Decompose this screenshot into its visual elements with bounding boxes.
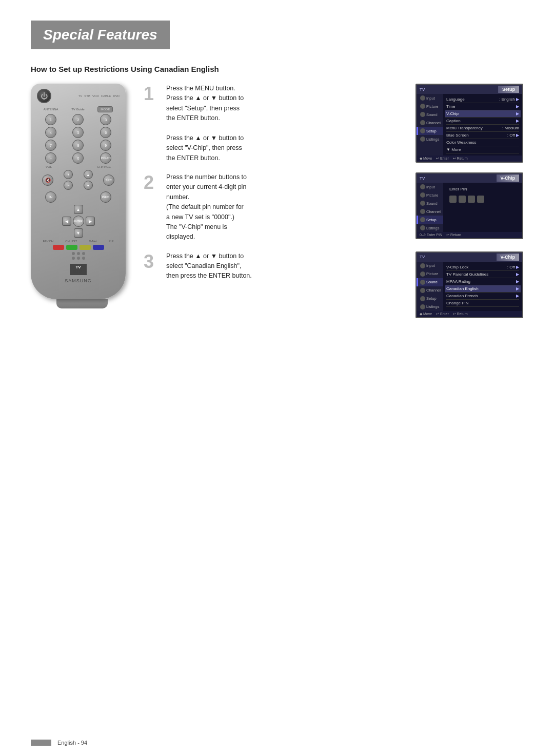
step-2-number: 2	[144, 173, 159, 192]
btn-4[interactable]: 4	[45, 127, 56, 138]
power-button[interactable]	[37, 89, 51, 103]
btn-6[interactable]: 6	[100, 127, 111, 138]
enter-pin-label: Enter PIN	[446, 185, 519, 193]
tv-menu-picture: Picture	[417, 102, 443, 110]
btn-2[interactable]: 2	[72, 114, 84, 125]
setup-row-colorweak: Color Weakness	[446, 139, 519, 146]
btn-9[interactable]: 9	[100, 140, 111, 151]
info-button[interactable]: INFO	[100, 191, 111, 203]
vchip-row-change-pin: Change PIN	[446, 300, 519, 307]
vol-up[interactable]: +	[64, 170, 73, 179]
remote-area: TV STB VCR CABLE DVD ANTENNA TV Guide MO…	[31, 84, 133, 327]
tv-left-menu-setup: Input Picture Sound Channel	[417, 94, 443, 156]
step-2-text: Press the number buttons to enter your c…	[166, 172, 408, 242]
nav-up[interactable]: ▲	[74, 205, 83, 214]
input-button[interactable]: IN	[45, 191, 56, 203]
tv-title-vchip-eng: V-Chip	[497, 254, 520, 261]
tv-guide-logo: TVGUIDE	[37, 264, 120, 275]
setup-row-more: ▼ More	[446, 146, 519, 153]
blue-button[interactable]	[93, 245, 104, 250]
mute-button[interactable]: 🔇	[42, 175, 53, 186]
red-button[interactable]	[53, 245, 64, 250]
setup-row-bluescreen: Blue Screen : Off ▶	[446, 132, 519, 139]
nav-down[interactable]: ▼	[74, 228, 83, 238]
tv-header-vchip-pin: TV V-Chip	[417, 173, 522, 183]
picture-icon-3	[420, 272, 425, 277]
sound-icon-2	[420, 201, 425, 206]
listings-icon	[420, 137, 425, 142]
tv-left-menu-vchip-pin: Input Picture Sound Channel	[417, 183, 443, 232]
setup-icon	[420, 128, 425, 133]
tv-header-setup: TV Setup	[417, 85, 522, 94]
source-button[interactable]: SRC	[103, 175, 114, 186]
tv-menu-sound-2: Sound	[417, 199, 443, 207]
vol-down[interactable]: −	[64, 181, 73, 190]
nav-left[interactable]: ◀	[62, 217, 71, 226]
step-1-text: Press the MENU button. Press the ▲ or ▼ …	[166, 84, 408, 163]
tvguide-label: TV Guide	[71, 108, 84, 111]
main-content: TV STB VCR CABLE DVD ANTENNA TV Guide MO…	[31, 84, 523, 327]
tv-label-setup: TV	[420, 87, 425, 92]
pin-dot-4	[477, 196, 484, 203]
remote-control: TV STB VCR CABLE DVD ANTENNA TV Guide MO…	[31, 84, 126, 299]
channel-icon-2	[420, 209, 425, 214]
tv-main-vchip-eng: V-Chip Lock : Off ▶ TV Parental Guidelin…	[443, 262, 522, 311]
tv-footer-setup: ◆ Move ↵ Enter ↩ Return	[417, 156, 522, 162]
btn-prech[interactable]: PRE-CH	[100, 152, 111, 164]
ch-up[interactable]: ▲	[84, 170, 93, 179]
stb-label: STB	[84, 94, 90, 98]
btn-7[interactable]: 7	[45, 140, 56, 151]
numpad-row-2: 4 5 6	[37, 127, 120, 138]
pin-dot-2	[459, 196, 466, 203]
tv-title-setup: Setup	[498, 86, 519, 93]
tv-header-vchip-eng: TV V-Chip	[417, 253, 522, 262]
vol-label: VOL	[46, 165, 52, 168]
sound-icon	[420, 112, 425, 117]
yellow-button[interactable]	[80, 245, 91, 250]
footer-text: English - 94	[57, 740, 87, 746]
tv-menu-setup-2: Setup	[417, 216, 443, 224]
setup-icon-2	[420, 217, 425, 222]
pin-dots	[446, 193, 519, 205]
btn-dash[interactable]: –	[45, 152, 56, 164]
tv-menu-listings: Listings	[417, 135, 443, 143]
setup-row-vchip: V-Chip ▶	[445, 110, 521, 118]
input-info-row: IN INFO	[37, 191, 120, 203]
setup-row-caption: Caption ▶	[446, 118, 519, 125]
btn-3[interactable]: 3	[100, 114, 111, 125]
tv-label: TV	[78, 94, 83, 98]
pip-label: PIP	[109, 240, 114, 243]
cable-label: CABLE	[101, 94, 111, 98]
page-title: Special Features	[43, 27, 157, 43]
footer-bar	[31, 740, 51, 746]
samsung-label: SAMSUNG	[37, 278, 120, 283]
btn-1[interactable]: 1	[45, 114, 56, 125]
tv-menu-channel-3: Channel	[417, 286, 443, 295]
tv-menu-input: Input	[417, 94, 443, 102]
btn-5[interactable]: 5	[72, 127, 84, 138]
tv-screen-vchip-pin: TV V-Chip Input Picture	[416, 172, 523, 239]
listings-icon-2	[420, 225, 425, 230]
green-button[interactable]	[66, 245, 77, 250]
listings-icon-3	[420, 304, 425, 309]
tv-menu-channel: Channel	[417, 119, 443, 127]
ch-down[interactable]: ▼	[84, 181, 93, 190]
vcr-label: VCR	[92, 94, 99, 98]
step-1: 1 Press the MENU button. Press the ▲ or …	[144, 84, 523, 163]
mode-button[interactable]: MODE	[97, 106, 113, 112]
chpage-label: CH/PAGE	[97, 165, 111, 168]
step-3-number: 3	[144, 253, 159, 271]
tv-menu-sound: Sound	[417, 110, 443, 119]
vchip-row-canadian-english: Canadian English ▶	[445, 285, 521, 293]
setup-row-time: Time ▶	[446, 103, 519, 110]
nav-enter[interactable]: ENTER	[73, 216, 84, 227]
btn-8[interactable]: 8	[72, 140, 84, 151]
tv-menu-listings-2: Listings	[417, 224, 443, 232]
steps-area: 1 Press the MENU button. Press the ▲ or …	[144, 84, 523, 327]
step-2: 2 Press the number buttons to enter your…	[144, 172, 523, 242]
tv-logo: TVGUIDE	[70, 264, 86, 275]
input-icon-3	[420, 263, 425, 268]
nav-right[interactable]: ▶	[86, 217, 95, 226]
btn-0[interactable]: 0	[72, 152, 84, 164]
favch-label: FAV.CH	[43, 240, 53, 243]
